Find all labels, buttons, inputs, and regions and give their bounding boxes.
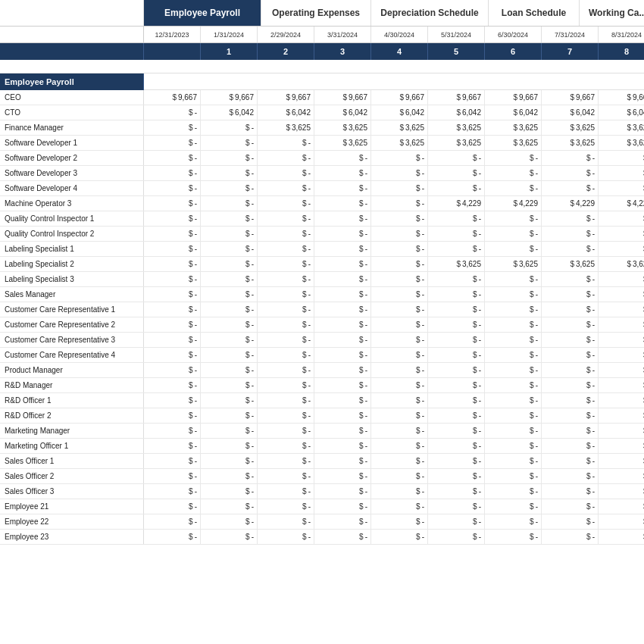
data-cell: $ - <box>371 348 428 362</box>
dollar-sign: $ <box>586 487 591 496</box>
cell-value: - <box>422 442 424 450</box>
cell-value: - <box>195 139 197 147</box>
dollar-sign: $ <box>359 533 364 541</box>
cell-value: 9,667 <box>178 93 197 102</box>
dollar-sign: $ <box>245 320 250 329</box>
dollar-sign: $ <box>416 487 420 496</box>
dollar-sign: $ <box>359 351 364 359</box>
data-cell: $ - <box>144 136 201 150</box>
cell-value: - <box>479 517 481 526</box>
cell-value: - <box>422 169 424 177</box>
dollar-sign: $ <box>399 108 404 117</box>
cell-value: - <box>365 366 367 374</box>
num-col-5: 5 <box>428 43 485 60</box>
cell-value: - <box>592 533 595 541</box>
table-row: Labeling Specialist 3$ -$ -$ -$ -$ -$ -$… <box>0 272 644 287</box>
dollar-sign: $ <box>586 427 591 435</box>
dollar-sign: $ <box>530 427 534 435</box>
dollar-sign: $ <box>530 472 534 480</box>
dollar-sign: $ <box>586 320 591 329</box>
cell-value: 3,625 <box>633 260 644 268</box>
data-cell: $ - <box>542 454 599 468</box>
dollar-sign: $ <box>189 472 193 480</box>
dollar-sign: $ <box>513 139 517 147</box>
data-cell: $ 4,229 <box>428 196 485 211</box>
cell-value: - <box>365 320 367 329</box>
cell-value: - <box>252 305 254 314</box>
dollar-sign: $ <box>513 108 517 117</box>
cell-value: - <box>195 260 197 268</box>
data-cell: $ - <box>599 181 644 195</box>
data-cell: $ - <box>314 424 371 438</box>
cell-value: - <box>479 230 481 238</box>
table-row: Customer Care Representative 3$ -$ -$ -$… <box>0 333 644 348</box>
cell-value: 3,625 <box>633 123 644 132</box>
cell-value: - <box>365 199 367 208</box>
cell-value: - <box>479 320 481 329</box>
num-col-4: 4 <box>371 43 428 60</box>
cell-value: - <box>592 320 595 329</box>
data-cell: $ - <box>485 439 542 453</box>
dollar-sign: $ <box>416 517 420 526</box>
dollar-sign: $ <box>473 230 477 238</box>
dollar-sign: $ <box>586 230 591 238</box>
cell-value: 6,042 <box>349 108 367 117</box>
cell-value: - <box>252 260 254 268</box>
data-cell: $ - <box>258 211 314 226</box>
data-cell: $ 3,625 <box>258 120 314 135</box>
dollar-sign: $ <box>530 381 534 389</box>
dollar-sign: $ <box>302 214 307 223</box>
nav-depreciation-schedule[interactable]: Depreciation Schedule <box>371 0 489 26</box>
dollar-sign: $ <box>586 290 591 299</box>
table-row: R&D Officer 1$ -$ -$ -$ -$ -$ -$ -$ -$ -… <box>0 393 644 408</box>
data-cell: $ 9,667 <box>371 90 428 105</box>
cell-value: - <box>592 245 595 253</box>
data-cell: $ - <box>485 378 542 392</box>
data-cell: $ 4,229 <box>542 196 599 211</box>
cell-value: - <box>422 366 424 374</box>
cell-value: - <box>252 411 254 420</box>
data-cell: $ - <box>371 257 428 271</box>
nav-employee-payroll[interactable]: Employee Payroll <box>144 0 261 26</box>
cell-value: - <box>365 351 367 359</box>
dollar-sign: $ <box>302 533 307 541</box>
cell-value: - <box>422 533 424 541</box>
table-row: Software Developer 1$ -$ -$ -$ 3,625$ 3,… <box>0 136 644 151</box>
cell-value: - <box>195 230 197 238</box>
cell-value: - <box>195 199 197 208</box>
cell-value: - <box>422 260 424 268</box>
data-cell: $ 3,625 <box>599 120 644 135</box>
dollar-sign: $ <box>189 139 193 147</box>
cell-value: - <box>308 275 311 283</box>
table-row: Software Developer 4$ -$ -$ -$ -$ -$ -$ … <box>0 181 644 196</box>
data-cell: $ - <box>542 317 599 332</box>
cell-value: 3,625 <box>405 123 424 132</box>
main-content: Employee Payroll Operating Expenses Depr… <box>0 0 644 545</box>
dollar-sign: $ <box>570 139 574 147</box>
dollar-sign: $ <box>473 154 477 162</box>
data-cell: $ - <box>258 424 314 438</box>
row-label: Software Developer 2 <box>0 151 144 165</box>
data-cell: $ - <box>599 348 644 362</box>
dollar-sign: $ <box>286 108 290 117</box>
nav-section-empty[interactable] <box>0 0 144 26</box>
cell-value: - <box>365 154 367 162</box>
cell-value: - <box>195 305 197 314</box>
nav-loan-schedule[interactable]: Loan Schedule <box>489 0 580 26</box>
dollar-sign: $ <box>245 396 250 405</box>
nav-operating-expenses[interactable]: Operating Expenses <box>261 0 371 26</box>
nav-working-capital[interactable]: Working Ca... <box>580 0 644 26</box>
data-cell: $ - <box>314 363 371 377</box>
dollar-sign: $ <box>530 154 534 162</box>
data-cell: $ - <box>485 166 542 180</box>
dollar-sign: $ <box>416 457 420 465</box>
dollar-sign: $ <box>513 199 517 208</box>
data-cell: $ - <box>371 302 428 317</box>
cell-value: 3,625 <box>576 139 595 147</box>
data-cell: $ - <box>144 514 201 529</box>
data-cell: $ - <box>428 363 485 377</box>
cell-value: - <box>592 184 595 192</box>
dollar-sign: $ <box>302 381 307 389</box>
data-cell: $ 9,667 <box>314 90 371 105</box>
dollar-sign: $ <box>416 320 420 329</box>
